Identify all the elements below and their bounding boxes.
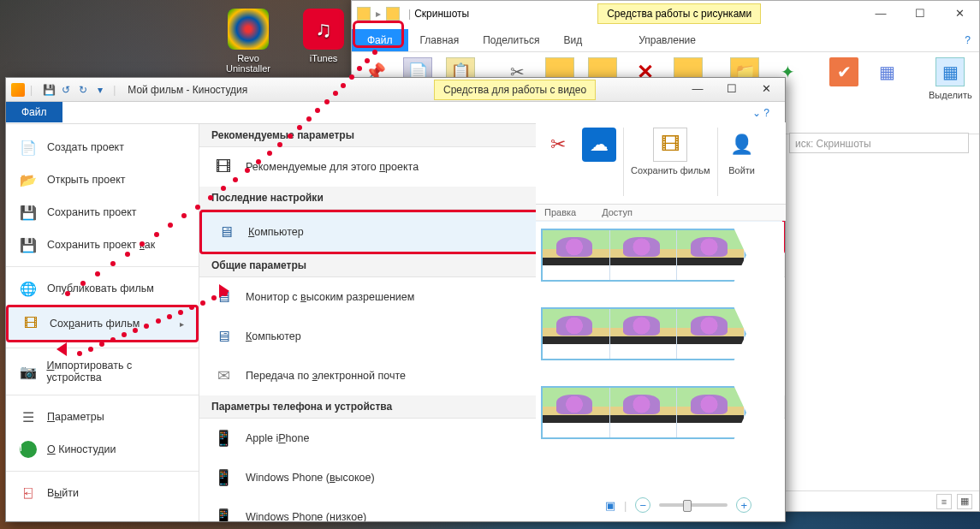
film-icon: 🎞: [211, 155, 235, 179]
tab-view[interactable]: Вид: [551, 29, 594, 51]
menu-label: Опубликовать фильм: [47, 282, 154, 294]
explorer-title: Скриншоты: [414, 8, 469, 20]
minimize-button[interactable]: —: [682, 80, 713, 98]
folder-icon: [386, 7, 400, 21]
menu-label: Импортировать с устройства: [46, 360, 187, 383]
view-details-icon[interactable]: ≡: [936, 494, 952, 509]
zoom-out-button[interactable]: −: [635, 497, 650, 513]
chevron-right-icon: ▸: [180, 319, 184, 329]
exit-icon: ⍇: [18, 483, 39, 503]
monitor-icon: 🖥: [211, 324, 235, 348]
ribbon-select[interactable]: ▦Выделить: [929, 57, 972, 100]
menu-open-project[interactable]: 📂 Открыть проект: [6, 163, 199, 196]
menu-options[interactable]: ☰ Параметры: [6, 401, 199, 433]
annotation-highlight-file-tab: [353, 21, 404, 48]
item-label: Windows Phone (низкое): [246, 511, 366, 521]
mm-context-tab[interactable]: Средства для работы с видео: [434, 80, 596, 100]
phone-icon: 📱: [211, 426, 235, 450]
mm-help-icon[interactable]: ⌄ ?: [752, 107, 769, 119]
ribbon-open[interactable]: ▦: [872, 57, 901, 90]
ribbon-label: Войти: [728, 165, 755, 175]
close-button[interactable]: ✕: [751, 80, 781, 98]
explorer-context-tab[interactable]: Средства работы с рисунками: [597, 3, 761, 24]
fit-icon[interactable]: ▣: [605, 499, 615, 512]
section-access-label: Доступ: [602, 207, 633, 217]
ribbon-properties[interactable]: ✔: [829, 57, 858, 90]
tab-home[interactable]: Главная: [408, 29, 472, 51]
folder-icon: [357, 7, 371, 21]
desktop-icon-label: Revo Uninstaller: [226, 53, 270, 74]
menu-label: О Киностудии: [47, 443, 116, 455]
search-input[interactable]: иск: Скриншоты: [789, 133, 969, 153]
tab-share[interactable]: Поделиться: [471, 29, 551, 51]
menu-publish-film[interactable]: 🌐 Опубликовать фильм: [6, 272, 199, 305]
moviemaker-window: | 💾 ↺ ↻ ▾ | Мой фильм - Киностудия Средс…: [5, 77, 786, 522]
ribbon-onedrive[interactable]: ☁: [582, 128, 616, 199]
menu-label: Сохранить фильм: [50, 318, 140, 330]
menu-label: Сохранить проект: [47, 206, 137, 218]
menu-label: Открыть проект: [47, 174, 126, 186]
desktop-icon-revo[interactable]: Revo Uninstaller: [223, 9, 274, 74]
maximize-button[interactable]: ☐: [716, 80, 747, 98]
qa-more-icon[interactable]: ▾: [92, 82, 108, 98]
zoom-in-button[interactable]: +: [736, 497, 751, 513]
item-label: Передача по электронной почте: [246, 370, 406, 382]
phone-icon: 📱: [211, 505, 235, 521]
item-label: Apple iPhone: [246, 432, 309, 444]
timeline-clip[interactable]: [541, 229, 746, 282]
desktop-icon-label: iTunes: [310, 53, 338, 63]
menu-about[interactable]: i О Киностудии: [6, 433, 199, 466]
menu-label: Сохранить проект как: [47, 239, 155, 251]
info-icon: i: [18, 439, 39, 460]
list-icon: ☰: [18, 407, 39, 427]
ribbon-label: Сохранить фильм: [631, 165, 710, 175]
menu-label: Параметры: [47, 411, 104, 423]
section-edit-label: Правка: [544, 207, 576, 217]
film-icon: 🎞: [21, 313, 41, 334]
desktop-icon-itunes[interactable]: ♫ iTunes: [298, 9, 349, 74]
monitor-icon: 🖥: [214, 220, 238, 244]
menu-exit[interactable]: ⍇ Выйти: [6, 477, 199, 509]
app-logo-icon: [11, 83, 25, 97]
window-title: Мой фильм - Киностудия: [128, 84, 247, 96]
timeline-clip[interactable]: [541, 307, 746, 360]
qa-redo-icon[interactable]: ↻: [75, 82, 91, 98]
view-thumbs-icon[interactable]: ▦: [957, 494, 972, 509]
menu-label: Выйти: [47, 487, 79, 499]
menu-label: Создать проект: [47, 141, 124, 153]
monitor-hd-icon: 🖥: [211, 285, 235, 309]
mail-icon: ✉: [211, 364, 235, 388]
save-icon: 💾: [18, 202, 39, 223]
ribbon-tools[interactable]: ✂: [541, 128, 575, 199]
qa-save-icon[interactable]: 💾: [41, 82, 56, 98]
item-label: Windows Phone (высокое): [246, 472, 375, 484]
save-as-icon: 💾: [18, 235, 39, 255]
globe-icon: 🌐: [18, 278, 39, 299]
menu-save-project[interactable]: 💾 Сохранить проект: [6, 196, 199, 229]
menu-import-device[interactable]: 📷 Импортировать с устройства: [6, 354, 199, 389]
ribbon-save-film[interactable]: 🎞Сохранить фильм: [631, 128, 710, 199]
maximize-button[interactable]: ☐: [900, 1, 940, 27]
item-label: Монитор с высоким разрешением: [246, 291, 414, 303]
phone-icon: 📱: [211, 466, 235, 490]
item-label: Компьютер: [248, 226, 304, 238]
close-button[interactable]: ✕: [940, 1, 979, 27]
menu-save-project-as[interactable]: 💾 Сохранить проект как: [6, 229, 199, 261]
item-label: Компьютер: [246, 330, 301, 342]
timeline-clip[interactable]: [541, 386, 746, 439]
minimize-button[interactable]: —: [861, 1, 900, 27]
menu-save-film[interactable]: 🎞 Сохранить фильм ▸: [6, 305, 199, 342]
tab-manage[interactable]: Управление: [627, 29, 708, 51]
mm-tab-file[interactable]: Файл: [6, 102, 62, 122]
zoom-slider[interactable]: [659, 503, 728, 507]
ribbon-signin[interactable]: 👤Войти: [725, 128, 759, 199]
menu-new-project[interactable]: 📄 Создать проект: [6, 131, 199, 163]
ribbon-select-label: Выделить: [929, 90, 972, 100]
camera-icon: 📷: [18, 361, 38, 382]
document-icon: 📄: [18, 137, 39, 158]
help-icon[interactable]: ?: [956, 29, 979, 51]
item-label: Рекомендуемые для этого проекта: [246, 161, 419, 173]
folder-open-icon: 📂: [18, 169, 39, 190]
qa-undo-icon[interactable]: ↺: [58, 82, 74, 98]
